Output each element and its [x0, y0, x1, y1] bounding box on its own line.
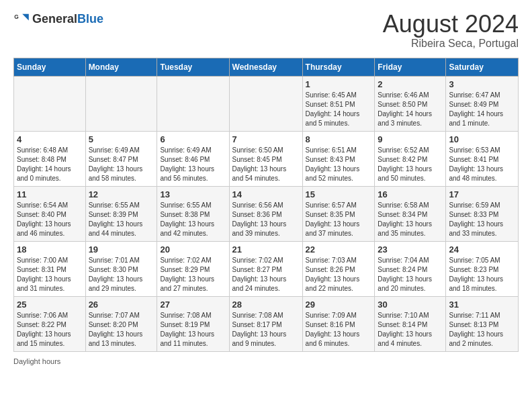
day-info: Sunrise: 6:53 AM Sunset: 8:41 PM Dayligh…: [449, 146, 515, 183]
week-row-3: 11Sunrise: 6:54 AM Sunset: 8:40 PM Dayli…: [14, 186, 519, 241]
calendar-cell: 5Sunrise: 6:49 AM Sunset: 8:47 PM Daylig…: [85, 131, 157, 186]
day-number: 31: [449, 300, 515, 310]
day-info: Sunrise: 6:51 AM Sunset: 8:43 PM Dayligh…: [306, 146, 372, 183]
calendar-cell: 30Sunrise: 7:10 AM Sunset: 8:14 PM Dayli…: [375, 296, 446, 351]
day-number: 6: [160, 134, 226, 144]
day-number: 15: [306, 189, 372, 199]
day-number: 9: [378, 134, 443, 144]
calendar-cell: 10Sunrise: 6:53 AM Sunset: 8:41 PM Dayli…: [446, 131, 519, 186]
day-number: 7: [232, 134, 300, 144]
col-header-sunday: Sunday: [14, 58, 86, 76]
calendar-cell: 13Sunrise: 6:55 AM Sunset: 8:38 PM Dayli…: [157, 186, 229, 241]
title-area: August 2024 Ribeira Seca, Portugal: [383, 11, 519, 50]
day-info: Sunrise: 7:02 AM Sunset: 8:29 PM Dayligh…: [160, 256, 226, 293]
day-info: Sunrise: 7:03 AM Sunset: 8:26 PM Dayligh…: [306, 256, 372, 293]
calendar-cell: 16Sunrise: 6:58 AM Sunset: 8:34 PM Dayli…: [375, 186, 446, 241]
day-number: 2: [378, 79, 443, 89]
day-number: 8: [306, 134, 372, 144]
calendar-cell: 28Sunrise: 7:08 AM Sunset: 8:17 PM Dayli…: [229, 296, 302, 351]
week-row-4: 18Sunrise: 7:00 AM Sunset: 8:31 PM Dayli…: [14, 241, 519, 296]
day-info: Sunrise: 6:55 AM Sunset: 8:38 PM Dayligh…: [160, 201, 226, 238]
logo: G GeneralBlue: [13, 11, 103, 27]
calendar-cell: 31Sunrise: 7:11 AM Sunset: 8:13 PM Dayli…: [446, 296, 519, 351]
day-info: Sunrise: 6:57 AM Sunset: 8:35 PM Dayligh…: [306, 201, 372, 238]
generalblue-logo-icon: G: [13, 11, 30, 27]
calendar-cell: 22Sunrise: 7:03 AM Sunset: 8:26 PM Dayli…: [302, 241, 375, 296]
day-info: Sunrise: 7:09 AM Sunset: 8:16 PM Dayligh…: [306, 311, 372, 349]
calendar-cell: 29Sunrise: 7:09 AM Sunset: 8:16 PM Dayli…: [302, 296, 375, 351]
day-info: Sunrise: 6:49 AM Sunset: 8:46 PM Dayligh…: [160, 146, 226, 183]
day-number: 28: [232, 300, 300, 310]
day-info: Sunrise: 6:50 AM Sunset: 8:45 PM Dayligh…: [232, 146, 300, 183]
day-info: Sunrise: 7:08 AM Sunset: 8:17 PM Dayligh…: [232, 311, 300, 349]
col-header-monday: Monday: [85, 58, 157, 76]
daylight-label: Daylight hours: [13, 357, 60, 365]
week-row-5: 25Sunrise: 7:06 AM Sunset: 8:22 PM Dayli…: [14, 296, 519, 351]
main-title: August 2024: [383, 11, 519, 38]
day-number: 4: [17, 134, 83, 144]
calendar-cell: 17Sunrise: 6:59 AM Sunset: 8:33 PM Dayli…: [446, 186, 519, 241]
calendar-cell: 20Sunrise: 7:02 AM Sunset: 8:29 PM Dayli…: [157, 241, 229, 296]
day-info: Sunrise: 7:02 AM Sunset: 8:27 PM Dayligh…: [232, 256, 300, 293]
day-info: Sunrise: 6:46 AM Sunset: 8:50 PM Dayligh…: [378, 91, 443, 128]
calendar-cell: 3Sunrise: 6:47 AM Sunset: 8:49 PM Daylig…: [446, 76, 519, 131]
subtitle: Ribeira Seca, Portugal: [383, 38, 519, 50]
calendar-cell: 12Sunrise: 6:55 AM Sunset: 8:39 PM Dayli…: [85, 186, 157, 241]
day-number: 17: [449, 189, 515, 199]
week-row-1: 1Sunrise: 6:45 AM Sunset: 8:51 PM Daylig…: [14, 76, 519, 131]
calendar-cell: 7Sunrise: 6:50 AM Sunset: 8:45 PM Daylig…: [229, 131, 302, 186]
logo-general: General: [32, 12, 77, 26]
footer: Daylight hours: [13, 357, 519, 365]
calendar-cell: [14, 76, 86, 131]
col-header-saturday: Saturday: [446, 58, 519, 76]
col-header-thursday: Thursday: [302, 58, 375, 76]
calendar-cell: 14Sunrise: 6:56 AM Sunset: 8:36 PM Dayli…: [229, 186, 302, 241]
day-info: Sunrise: 7:08 AM Sunset: 8:19 PM Dayligh…: [160, 311, 226, 349]
calendar-cell: 24Sunrise: 7:05 AM Sunset: 8:23 PM Dayli…: [446, 241, 519, 296]
day-number: 21: [232, 244, 300, 255]
day-info: Sunrise: 7:07 AM Sunset: 8:20 PM Dayligh…: [89, 311, 154, 349]
day-number: 12: [89, 189, 154, 199]
day-number: 3: [449, 79, 515, 89]
day-number: 25: [17, 300, 83, 310]
day-number: 29: [306, 300, 372, 310]
day-number: 11: [17, 189, 83, 199]
calendar-cell: 4Sunrise: 6:48 AM Sunset: 8:48 PM Daylig…: [14, 131, 86, 186]
day-number: 26: [89, 300, 154, 310]
calendar-cell: 15Sunrise: 6:57 AM Sunset: 8:35 PM Dayli…: [302, 186, 375, 241]
day-number: 13: [160, 189, 226, 199]
day-info: Sunrise: 6:48 AM Sunset: 8:48 PM Dayligh…: [17, 146, 83, 183]
calendar-cell: 27Sunrise: 7:08 AM Sunset: 8:19 PM Dayli…: [157, 296, 229, 351]
day-number: 10: [449, 134, 515, 144]
calendar-cell: [85, 76, 157, 131]
day-number: 22: [306, 244, 372, 255]
day-number: 27: [160, 300, 226, 310]
calendar-cell: 23Sunrise: 7:04 AM Sunset: 8:24 PM Dayli…: [375, 241, 446, 296]
header-row: SundayMondayTuesdayWednesdayThursdayFrid…: [14, 58, 519, 76]
day-info: Sunrise: 6:58 AM Sunset: 8:34 PM Dayligh…: [378, 201, 443, 238]
day-info: Sunrise: 7:05 AM Sunset: 8:23 PM Dayligh…: [449, 256, 515, 293]
calendar-cell: [157, 76, 229, 131]
day-info: Sunrise: 6:54 AM Sunset: 8:40 PM Dayligh…: [17, 201, 83, 238]
col-header-friday: Friday: [375, 58, 446, 76]
calendar-cell: 2Sunrise: 6:46 AM Sunset: 8:50 PM Daylig…: [375, 76, 446, 131]
week-row-2: 4Sunrise: 6:48 AM Sunset: 8:48 PM Daylig…: [14, 131, 519, 186]
day-info: Sunrise: 7:00 AM Sunset: 8:31 PM Dayligh…: [17, 256, 83, 293]
calendar-cell: 25Sunrise: 7:06 AM Sunset: 8:22 PM Dayli…: [14, 296, 86, 351]
calendar-cell: [229, 76, 302, 131]
day-info: Sunrise: 7:06 AM Sunset: 8:22 PM Dayligh…: [17, 311, 83, 349]
day-number: 24: [449, 244, 515, 255]
calendar-cell: 11Sunrise: 6:54 AM Sunset: 8:40 PM Dayli…: [14, 186, 86, 241]
day-number: 5: [89, 134, 154, 144]
day-info: Sunrise: 6:55 AM Sunset: 8:39 PM Dayligh…: [89, 201, 154, 238]
day-info: Sunrise: 6:45 AM Sunset: 8:51 PM Dayligh…: [306, 91, 372, 128]
day-number: 19: [89, 244, 154, 255]
logo-text: GeneralBlue: [32, 12, 103, 26]
header: G GeneralBlue August 2024 Ribeira Seca, …: [13, 11, 519, 50]
day-number: 16: [378, 189, 443, 199]
calendar-table: SundayMondayTuesdayWednesdayThursdayFrid…: [13, 58, 519, 352]
day-number: 18: [17, 244, 83, 255]
logo-blue: Blue: [77, 12, 103, 26]
day-info: Sunrise: 6:47 AM Sunset: 8:49 PM Dayligh…: [449, 91, 515, 128]
day-info: Sunrise: 6:49 AM Sunset: 8:47 PM Dayligh…: [89, 146, 154, 183]
